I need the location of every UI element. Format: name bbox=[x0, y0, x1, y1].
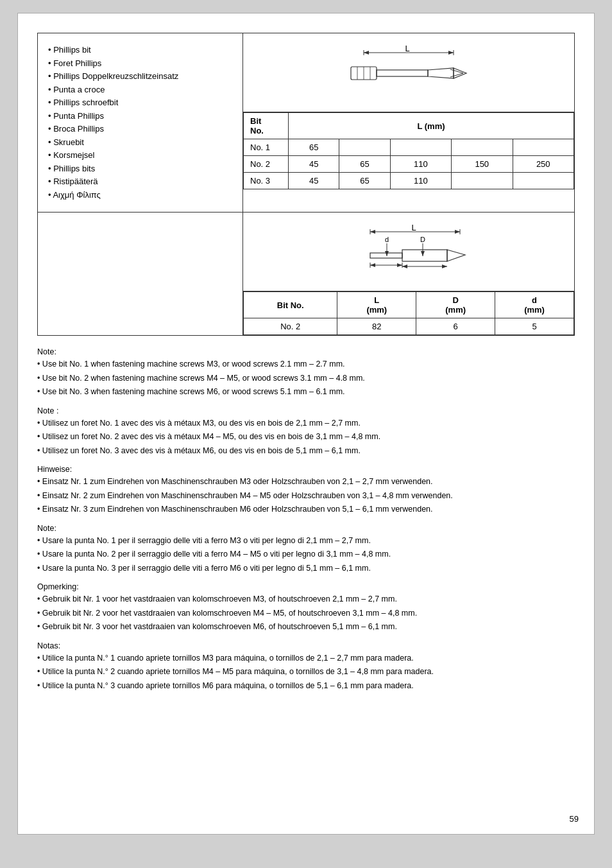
cell-val bbox=[452, 139, 513, 156]
cell-val: 45 bbox=[289, 156, 339, 173]
svg-marker-12 bbox=[454, 68, 466, 78]
list-item: Punta Phillips bbox=[48, 110, 232, 123]
bottom-section: L d D bbox=[37, 213, 575, 336]
list-item: Αιχμή Φίλιπς bbox=[48, 189, 232, 202]
svg-marker-19 bbox=[455, 230, 460, 234]
cell-D: 6 bbox=[416, 318, 495, 335]
note-italian: Note: Usare la punta No. 1 per il serrag… bbox=[37, 523, 575, 575]
note-item: Use bit No. 3 when fastening machine scr… bbox=[37, 386, 575, 398]
left-panel: Phillips bit Foret Phillips Phillips Dop… bbox=[38, 33, 243, 212]
cell-val bbox=[339, 139, 390, 156]
svg-text:D: D bbox=[420, 236, 425, 243]
cell-bitno: No. 2 bbox=[244, 318, 337, 335]
cell-val bbox=[513, 173, 574, 189]
cell-val bbox=[390, 139, 451, 156]
note-list: Einsatz Nr. 1 zum Eindrehen von Maschine… bbox=[37, 476, 575, 516]
list-item: Ristipääterä bbox=[48, 175, 232, 188]
note-title: Notas: bbox=[37, 641, 60, 650]
cell-bitno: No. 2 bbox=[244, 156, 289, 173]
cell-bitno: No. 3 bbox=[244, 173, 289, 189]
note-item: Utilisez un foret No. 3 avec des vis à m… bbox=[37, 445, 575, 457]
svg-marker-3 bbox=[364, 51, 369, 55]
cell-val: 150 bbox=[452, 156, 513, 173]
note-item: Utilisez un foret No. 2 avec des vis à m… bbox=[37, 431, 575, 443]
list-item: Punta a croce bbox=[48, 83, 232, 96]
page-number: 59 bbox=[570, 814, 579, 824]
note-title: Note : bbox=[37, 406, 58, 415]
svg-rect-28 bbox=[402, 250, 447, 261]
bottom-right-panel: L d D bbox=[243, 213, 574, 335]
note-title: Opmerking: bbox=[37, 582, 79, 591]
svg-marker-4 bbox=[448, 51, 454, 55]
note-item: Gebruik bit Nr. 1 voor het vastdraaien v… bbox=[37, 593, 575, 605]
cell-L: 82 bbox=[337, 318, 416, 335]
notes-section: Note: Use bit No. 1 when fastening machi… bbox=[37, 336, 575, 692]
note-item: Usare la punta No. 1 per il serraggio de… bbox=[37, 535, 575, 547]
svg-marker-11 bbox=[428, 68, 454, 78]
note-title: Hinweise: bbox=[37, 465, 72, 474]
diagram-top: L bbox=[243, 33, 574, 112]
note-item: Usare la punta No. 2 per il serraggio de… bbox=[37, 548, 575, 560]
table-row: No. 2 82 6 5 bbox=[244, 318, 574, 335]
note-list: Utilisez un foret No. 1 avec des vis à m… bbox=[37, 417, 575, 457]
svg-rect-10 bbox=[377, 70, 428, 76]
list-item: Foret Phillips bbox=[48, 57, 232, 70]
cell-d: 5 bbox=[495, 318, 574, 335]
table-row: No. 3 45 65 110 bbox=[244, 173, 574, 189]
note-item: Einsatz Nr. 1 zum Eindrehen von Maschine… bbox=[37, 476, 575, 488]
note-list: Usare la punta No. 1 per il serraggio de… bbox=[37, 535, 575, 575]
note-item: Use bit No. 1 when fastening machine scr… bbox=[37, 358, 575, 370]
note-item: Gebruik bit Nr. 2 voor het vastdraaien v… bbox=[37, 607, 575, 620]
top-diagram-svg: L bbox=[325, 44, 492, 101]
note-item: Gebruik bit Nr. 3 voor het vastdraaien v… bbox=[37, 621, 575, 633]
note-spanish: Notas: Utilice la punta N.° 1 cuando apr… bbox=[37, 640, 575, 693]
note-item: Einsatz Nr. 2 zum Eindrehen von Maschine… bbox=[37, 490, 575, 502]
col-header-bitno: Bit No. bbox=[244, 292, 337, 318]
list-item: Phillips schroefbit bbox=[48, 96, 232, 109]
list-item: Phillips bit bbox=[48, 44, 232, 56]
svg-marker-23 bbox=[385, 251, 389, 256]
cell-val: 65 bbox=[289, 139, 339, 156]
list-item: Skruebit bbox=[48, 136, 232, 149]
note-item: Use bit No. 2 when fastening machine scr… bbox=[37, 372, 575, 385]
svg-text:L: L bbox=[411, 223, 416, 232]
col-header-L: L(mm) bbox=[337, 292, 416, 318]
cell-val: 110 bbox=[390, 173, 451, 189]
cell-val bbox=[452, 173, 513, 189]
col-header-D: D(mm) bbox=[416, 292, 495, 318]
col-header-bitno: BitNo. bbox=[244, 113, 289, 139]
list-item: Korsmejsel bbox=[48, 149, 232, 162]
page: Phillips bit Foret Phillips Phillips Dop… bbox=[17, 13, 595, 835]
col-header-L: L (mm) bbox=[289, 113, 574, 139]
table-row: No. 2 45 65 110 150 250 bbox=[244, 156, 574, 173]
note-item: Usare la punta No. 3 per il serraggio de… bbox=[37, 562, 575, 575]
cell-val: 45 bbox=[289, 173, 339, 189]
svg-text:L: L bbox=[405, 44, 409, 53]
note-list: Gebruik bit Nr. 1 voor het vastdraaien v… bbox=[37, 593, 575, 633]
note-item: Einsatz Nr. 3 zum Eindrehen von Maschine… bbox=[37, 503, 575, 516]
bottom-table: Bit No. L(mm) D(mm) d(mm) No. 2 82 6 5 bbox=[243, 291, 574, 335]
svg-marker-26 bbox=[421, 251, 425, 256]
note-title: Note: bbox=[37, 524, 56, 533]
top-table: BitNo. L (mm) No. 1 65 No. 2 bbox=[243, 112, 574, 189]
list-item: Phillips Doppelkreuzschlitzeinsatz bbox=[48, 70, 232, 83]
note-item: Utilice la punta N.° 1 cuando apriete to… bbox=[37, 652, 575, 664]
right-panel: L bbox=[243, 33, 574, 212]
bottom-diagram-svg: L d D bbox=[325, 223, 492, 281]
svg-marker-33 bbox=[370, 263, 375, 267]
svg-marker-34 bbox=[397, 263, 402, 267]
note-dutch: Opmerking: Gebruik bit Nr. 1 voor het va… bbox=[37, 581, 575, 634]
svg-marker-36 bbox=[402, 265, 407, 268]
cell-val: 110 bbox=[390, 156, 451, 173]
note-english: Note: Use bit No. 1 when fastening machi… bbox=[37, 346, 575, 399]
top-section: Phillips bit Foret Phillips Phillips Dop… bbox=[37, 33, 575, 213]
svg-marker-37 bbox=[442, 265, 447, 268]
diagram-bottom: L d D bbox=[243, 213, 574, 291]
note-item: Utilisez un foret No. 1 avec des vis à m… bbox=[37, 417, 575, 430]
list-item: Phillips bits bbox=[48, 162, 232, 175]
cell-val bbox=[513, 139, 574, 156]
list-item: Broca Phillips bbox=[48, 123, 232, 135]
note-list: Utilice la punta N.° 1 cuando apriete to… bbox=[37, 652, 575, 692]
svg-marker-18 bbox=[370, 230, 375, 234]
table-row: No. 1 65 bbox=[244, 139, 574, 156]
